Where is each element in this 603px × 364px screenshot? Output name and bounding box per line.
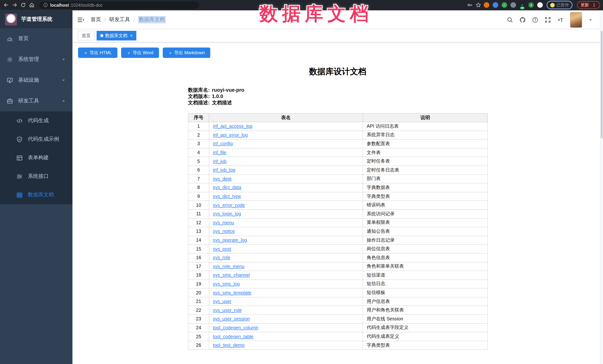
sidebar-item-label: 数据库文档 [28, 192, 66, 198]
github-icon[interactable] [519, 17, 526, 23]
tab-首页[interactable]: 首页 [78, 31, 94, 41]
scrollbar-thumb[interactable] [601, 31, 603, 138]
table-name-link[interactable]: sys_sms_template [213, 290, 251, 295]
browser-update-button[interactable]: 更新 ⋮ [577, 1, 600, 9]
breadcrumb: 首页/研发工具/数据库文档 [91, 16, 166, 23]
breadcrumb-item[interactable]: 研发工具 [109, 16, 130, 23]
table-name-link[interactable]: sys_dict_data [213, 185, 241, 190]
extension-orange-icon[interactable] [484, 2, 489, 8]
row-index: 4 [188, 148, 209, 157]
sidebar-item-home[interactable]: 首页 [0, 28, 72, 49]
extension-green-check-icon[interactable]: ✓ [502, 2, 507, 8]
table-name-link[interactable]: sys_user_session [213, 317, 250, 322]
table-name-link[interactable]: tool_test_demo [213, 343, 245, 348]
export-word-button[interactable]: ＋导出 Word [121, 47, 159, 58]
table-name-link[interactable]: sys_user_role [213, 308, 242, 313]
tab-数据库文档[interactable]: 数据库文档× [97, 31, 136, 41]
reload-icon[interactable] [20, 2, 26, 8]
table-name-link[interactable]: sys_sms_log [213, 281, 240, 287]
table-name-cell: inf_config [209, 139, 363, 148]
sidebar-item-infra[interactable]: 基础设施 [0, 70, 72, 91]
export-markdown-button[interactable]: ＋导出 Markdown [163, 47, 210, 58]
sidebar-item-devtools[interactable]: 研发工具 [0, 91, 72, 111]
breadcrumb-separator: / [104, 17, 106, 23]
sidebar: 芋道管理系统 首页系统管理基础设施研发工具代码生成代码生成示例表单构建系统接口数… [0, 11, 72, 364]
sidebar-collapse-icon[interactable] [78, 17, 85, 23]
table-row: 2inf_api_error_log系统异常日志 [188, 131, 488, 139]
extension-dark-on-icon[interactable]: ≡on [519, 2, 525, 8]
row-index: 8 [188, 183, 209, 192]
table-name-link[interactable]: sys_operate_log [213, 238, 247, 243]
avatar[interactable] [570, 12, 582, 28]
close-icon[interactable]: × [130, 31, 133, 40]
table-name-link[interactable]: sys_login_log [213, 211, 241, 216]
button-label: 导出 HTML [90, 50, 112, 56]
table-name-link[interactable]: sys_error_code [213, 202, 245, 208]
extension-light-puzzle-icon[interactable] [537, 2, 543, 8]
table-name-link[interactable]: sys_menu [213, 220, 234, 225]
row-index: 21 [188, 297, 209, 306]
search-icon[interactable] [507, 17, 513, 23]
table-row: 1inf_api_access_logAPI 访问日志表 [188, 122, 488, 131]
star-icon[interactable] [475, 2, 482, 8]
table-name-cell: inf_job_log [209, 166, 363, 175]
table-name-link[interactable]: inf_job_log [213, 168, 235, 173]
chevron-down-icon[interactable] [589, 18, 592, 22]
table-name-link[interactable]: tool_codegen_column [213, 325, 258, 331]
table-name-link[interactable]: sys_notice [213, 229, 235, 234]
sidebar-item-form-builder[interactable]: 表单构建 [0, 148, 72, 167]
table-name-link[interactable]: inf_config [213, 141, 233, 146]
forward-icon[interactable] [12, 2, 18, 8]
table-name-link[interactable]: sys_post [213, 246, 231, 252]
sidebar-item-db-doc[interactable]: 数据库文档 [0, 186, 72, 204]
table-name-link[interactable]: inf_api_access_log [213, 124, 253, 129]
meta-value: 文档描述 [212, 100, 232, 105]
breadcrumb-item[interactable]: 首页 [91, 16, 101, 23]
sidebar-item-api[interactable]: 系统接口 [0, 167, 72, 186]
table-row: 17sys_role_menu角色和菜单关联表 [188, 262, 488, 271]
table-row: 9sys_dict_type字典类型表 [188, 192, 488, 201]
table-name-link[interactable]: inf_api_error_log [213, 132, 248, 138]
row-index: 6 [188, 166, 209, 175]
emoji-face-icon [550, 3, 555, 7]
sidebar-item-codegen[interactable]: 代码生成 [0, 111, 72, 130]
sidebar-logo-row[interactable]: 芋道管理系统 [0, 11, 72, 28]
sidebar-item-system[interactable]: 系统管理 [0, 49, 72, 70]
table-name-cell: sys_dict_data [209, 183, 363, 192]
table-name-link[interactable]: sys_role_menu [213, 264, 244, 269]
help-icon[interactable] [532, 17, 538, 23]
page-scrollbar[interactable] [600, 11, 603, 364]
extension-blue-icon[interactable] [493, 2, 498, 8]
table-name-link[interactable]: sys_dept [213, 176, 232, 182]
table-row: 21sys_user用户信息表 [188, 297, 488, 306]
table-name-cell: sys_sms_template [209, 288, 363, 297]
table-name-cell: sys_role_menu [209, 262, 363, 271]
table-desc-cell: 定时任务表 [363, 157, 488, 166]
table-row: 14sys_operate_log操作日志记录 [188, 236, 488, 244]
row-index: 19 [188, 280, 209, 288]
dashboard-icon [7, 35, 13, 42]
table-desc-cell: 岗位信息表 [363, 245, 488, 253]
home-icon[interactable] [29, 2, 35, 8]
kebab-menu-icon[interactable]: ⋮ [592, 2, 596, 8]
info-icon[interactable] [43, 3, 48, 7]
tables-overview-table: 序号表名说明 1inf_api_access_logAPI 访问日志表2inf_… [188, 113, 488, 350]
fullscreen-icon[interactable] [545, 17, 551, 23]
table-name-link[interactable]: sys_role [213, 255, 230, 260]
font-size-icon[interactable] [557, 17, 564, 23]
address-bar[interactable]: localhost :1024/tool/db-doc [39, 1, 199, 9]
profile-paused-chip[interactable]: 已暂停 [546, 1, 573, 9]
extension-colorful-icon[interactable] [510, 2, 516, 8]
extension-green-leaf-icon[interactable]: 2 [528, 2, 534, 8]
table-desc-cell: 短信模板 [363, 288, 488, 297]
sidebar-item-codegen-demo[interactable]: 代码生成示例 [0, 130, 72, 148]
table-name-link[interactable]: inf_file [213, 150, 226, 155]
table-name-link[interactable]: inf_job [213, 159, 227, 164]
table-name-link[interactable]: sys_dict_type [213, 194, 241, 199]
table-name-link[interactable]: sys_sms_channel [213, 273, 250, 278]
key-icon[interactable] [467, 2, 473, 8]
table-name-link[interactable]: sys_user [213, 299, 232, 304]
back-icon[interactable] [3, 2, 9, 8]
export-html-button[interactable]: ＋导出 HTML [78, 47, 117, 58]
table-name-link[interactable]: tool_codegen_table [213, 334, 253, 339]
